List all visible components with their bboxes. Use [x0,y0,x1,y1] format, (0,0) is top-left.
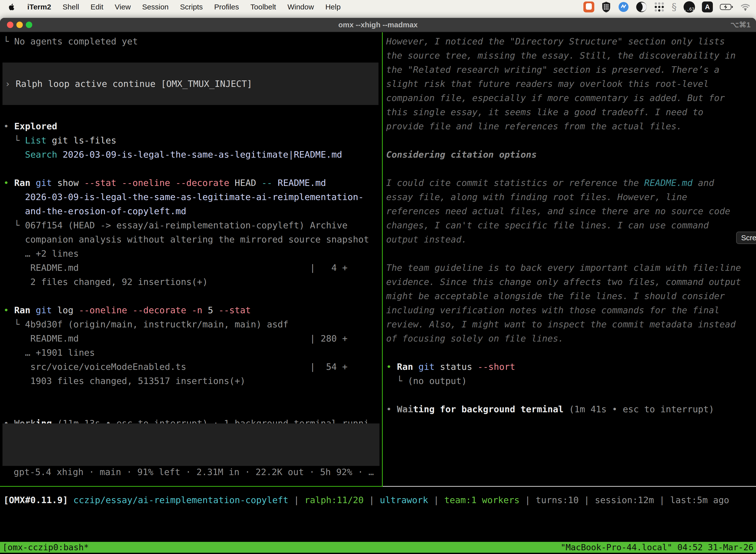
text-segment: • [386,362,397,372]
menu-item-edit[interactable]: Edit [90,3,104,11]
transcript-line: └ No agents completed yet [0,34,382,48]
transcript-line: might be acceptable alongside the file l… [383,289,756,303]
menu-item-iterm2[interactable]: iTerm2 [27,3,51,11]
text-segment: status [435,362,478,372]
moon-circle-icon[interactable] [636,1,647,12]
shield-keypad-icon[interactable] [601,1,611,13]
dots-grid-icon[interactable] [654,1,665,12]
transcript-line: provide file and line references from th… [383,119,756,133]
text-segment: • [386,404,397,414]
text-segment: Explored [14,121,57,131]
text-segment: git [36,305,52,315]
screen-tooltip: Scre [736,232,756,244]
text-segment: 2026-03-09-is-legal-the-same-as-legitima… [3,192,364,202]
text-segment: --stat [218,305,251,315]
text-segment [30,305,36,315]
blue-pulse-icon[interactable] [618,1,629,12]
text-segment: cczip/essay/ai-reimplementation-copyleft [73,495,289,505]
text-segment: Search [25,150,57,160]
right-pane-transcript: However, I noticed the "Directory Struct… [383,32,756,416]
blank-line [383,162,756,176]
menu-item-toolbelt[interactable]: Toolbelt [251,3,276,11]
text-segment: 5 [202,305,218,315]
pane-divider[interactable] [382,32,383,487]
right-pane-border-bottom [383,486,756,487]
transcript-line: … +1901 lines [0,345,382,359]
blank-line [0,402,382,416]
transcript-line: evidence. Since this change only affects… [383,275,756,289]
text-segment: companion analysis without altering the … [3,234,369,244]
transcript-line: the "Related research writing" section i… [383,63,756,77]
window-shortcut-badge: ⌥⌘1 [731,18,751,32]
transcript-line: • Explored [0,119,382,133]
text-segment: List [25,135,47,146]
text-segment: --oneline --decorate -n [79,305,202,315]
text-segment [57,150,63,160]
text-segment: might be acceptable alongside the file l… [386,291,725,301]
text-segment: I could cite commit statistics or refere… [386,178,644,188]
text-segment: references need actual files, and since … [386,206,730,216]
apple-icon[interactable] [7,3,16,11]
menu-item-help[interactable]: Help [325,3,341,11]
text-segment: … +2 lines [3,248,79,259]
squiggle-icon[interactable]: § [672,1,677,13]
transcript-line: changes, I can't cite specific file line… [383,218,756,232]
blank-line [0,162,382,176]
status-icons: § ..61 A [583,1,756,13]
menu-item-view[interactable]: View [115,3,131,11]
blank-line [383,388,756,402]
chat-app-icon[interactable] [583,1,594,12]
transcript-line: … +2 lines [0,246,382,261]
blank-line [0,48,382,63]
text-segment [3,150,25,160]
menu-item-scripts[interactable]: Scripts [180,3,203,11]
omx-status-line: [OMX#0.11.9] cczip/essay/ai-reimplementa… [0,493,756,507]
transcript-line: • Ran git show --stat --oneline --decora… [0,176,382,190]
transcript-line: The team guideline is to back every impo… [383,261,756,275]
text-segment: └ No agents completed yet [3,36,138,46]
tmux-status-bar[interactable]: [omx-cczip0:bash* "MacBook-Pro-44.local"… [0,542,756,553]
blank-line [383,133,756,148]
text-segment: 2026-03-09-is-legal-the-same-as-legitima… [63,150,342,160]
text-segment: README.md | 4 + [3,263,348,273]
transcript-line: references need actual files, and since … [383,204,756,218]
transcript-line: output instead. [383,232,756,246]
text-segment: git [419,362,435,372]
screen-tooltip-label: Scre [741,233,756,242]
transcript-line: Considering citation options [383,148,756,162]
transcript-line: src/voice/voiceModeEnabled.ts | 54 + [0,359,382,374]
text-segment: The team guideline is to back every impo… [386,263,741,273]
menu-item-shell[interactable]: Shell [63,3,79,11]
text-segment: Considering citation options [386,150,537,160]
text-segment [413,362,419,372]
text-segment: └ 4b9d30f (origin/main, instructkr/main,… [3,319,289,329]
wifi-icon[interactable] [740,3,751,11]
text-segment: and [693,178,714,188]
text-segment: and-the-erosion-of-copyleft.md [3,206,186,216]
left-agent-input-box[interactable]: › Improve documentation in @filename [2,424,379,466]
transcript-line: I could cite commit statistics or refere… [383,176,756,190]
letter-a-icon[interactable]: A [702,1,713,12]
text-segment: including verification notes with those … [386,305,719,315]
tmux-pane-right[interactable]: However, I noticed the "Directory Struct… [383,32,756,486]
text-segment: › [5,79,16,89]
meter-61-icon[interactable]: ..61 [684,1,695,13]
terminal-area[interactable]: └ No agents completed yet › Ralph loop a… [0,32,756,554]
transcript-line: README.md | 4 + [0,261,382,275]
transcript-line: • Ran git status --short [383,359,756,374]
text-segment: review. Also, I might want to inspect th… [386,319,736,329]
text-segment: … +1901 lines [3,347,95,358]
menu-item-window[interactable]: Window [288,3,314,11]
tmux-pane-left[interactable]: └ No agents completed yet › Ralph loop a… [0,32,382,486]
menu-item-profiles[interactable]: Profiles [214,3,239,11]
text-segment: README.md | 280 + [3,333,348,343]
menu-item-session[interactable]: Session [142,3,169,11]
text-segment: output instead. [386,234,467,244]
window-title-bar[interactable]: omx --xhigh --madmax ⌥⌘1 [0,18,756,32]
text-segment: | [289,495,305,505]
battery-icon[interactable] [720,3,733,10]
ralph-loop-input-box[interactable]: › Ralph loop active continue [OMX_TMUX_I… [2,63,378,105]
transcript-line: 1903 files changed, 513517 insertions(+) [0,374,382,388]
blank-line [383,246,756,261]
text-segment: slight risk that future readers may over… [386,79,709,89]
